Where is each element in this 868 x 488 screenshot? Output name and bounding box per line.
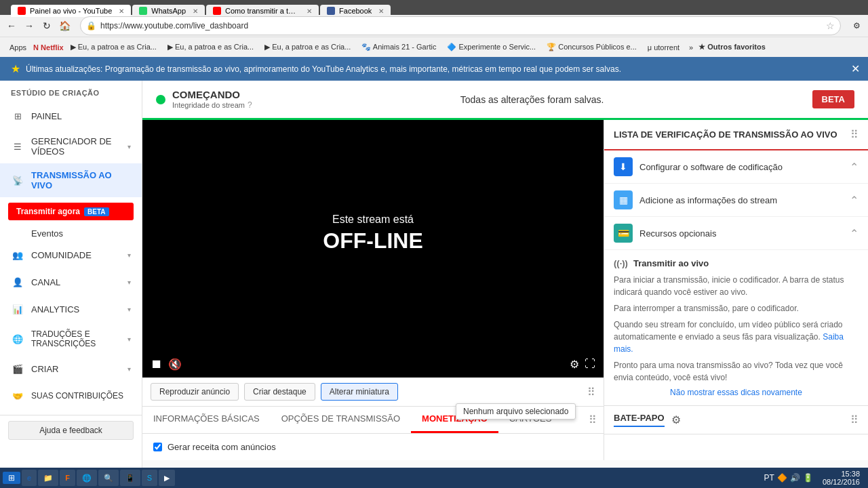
sidebar-item-videos[interactable]: ☰ GERENCIADOR DE VÍDEOS ▾ (0, 129, 142, 163)
sidebar-item-comunidade[interactable]: 👥 COMUNIDADE ▾ (0, 241, 142, 268)
tab-yt2[interactable]: Como transmitir a tela d... ✕ (206, 5, 319, 17)
netflix-bookmark[interactable]: N Netflix (33, 43, 64, 52)
drag-handle-icon[interactable]: ⠿ (587, 386, 595, 399)
taskbar-whatsapp[interactable]: 📱 (120, 470, 140, 486)
sidebar-item-traducoes[interactable]: 🌐 TRADUÇÕES E TRANSCRIÇÕES ▾ (0, 323, 142, 355)
sidebar-eventos[interactable]: Eventos (0, 226, 142, 241)
extensions-button[interactable]: ⚙ (849, 18, 864, 33)
chat-drag-icon[interactable]: ⠿ (850, 413, 859, 426)
notification-text: Últimas atualizações: Programação de tra… (26, 64, 621, 74)
transmit-now-button[interactable]: Transmitir agora BETA (8, 203, 134, 220)
checklist-item-software[interactable]: ⬇ Configurar o software de codificação ⌃ (604, 150, 868, 184)
tabs-drag-icon[interactable]: ⠿ (582, 407, 604, 433)
bookmark-6[interactable]: 🏆 Concursos Públicos e... (542, 41, 641, 53)
app-body: ESTÚDIO DE CRIAÇÃO ⊞ PAINEL ☰ GERENCIADO… (0, 81, 868, 470)
status-dot (156, 95, 165, 104)
bookmark-4[interactable]: 🐾 Animais 21 - Gartic (357, 41, 440, 53)
tab-facebook[interactable]: Facebook ✕ (320, 5, 391, 17)
sidebar-item-transmissao[interactable]: 📡 TRANSMISSÃO AO VIVO (0, 163, 142, 197)
checklist-drag-icon[interactable]: ⠿ (850, 128, 859, 141)
help-feedback-button[interactable]: Ajuda e feedback (8, 421, 134, 440)
volume-icon[interactable]: 🔊 (790, 473, 800, 483)
bookmark-2[interactable]: ▶ Eu, a patroa e as Cria... (163, 41, 258, 53)
chat-gear-icon[interactable]: ⚙ (671, 413, 681, 426)
sidebar-item-canal[interactable]: 👤 CANAL ▾ (0, 268, 142, 296)
recursos-expand-icon[interactable]: ⌃ (850, 227, 859, 240)
taskbar-skype[interactable]: S (142, 470, 157, 486)
taskbar-f[interactable]: F (60, 470, 75, 486)
whatsapp-icon: 📱 (125, 474, 135, 483)
tab-content: Gerar receita com anúncios (142, 434, 604, 460)
mute-button[interactable]: 🔇 (168, 358, 182, 371)
taskbar-ie[interactable]: e (22, 470, 37, 486)
bookmark-1[interactable]: ▶ Eu, a patroa e as Cria... (66, 41, 161, 53)
address-bar[interactable]: 🔒 https://www.youtube.com/live_dashboard… (80, 16, 841, 35)
stop-button[interactable]: ⏹ (151, 357, 163, 371)
tab-close-yt[interactable]: ✕ (119, 7, 124, 15)
tab-favicon-yt (18, 7, 26, 15)
analytics-label: ANALYTICS (31, 304, 121, 314)
more-bookmarks[interactable]: » (689, 43, 693, 52)
fullscreen-button[interactable]: ⛶ (585, 358, 595, 370)
transmit-desc-4: Pronto para uma nova transmissão ao vivo… (614, 359, 859, 384)
monetizacao-label[interactable]: Gerar receita com anúncios (167, 442, 276, 452)
sidebar-item-contribuicoes[interactable]: 🤝 SUAS CONTRIBUIÇÕES (0, 382, 142, 409)
stream-status: COMEÇANDO Integridade do stream ? (156, 89, 252, 110)
taskbar-media[interactable]: ▶ (159, 470, 175, 486)
play-ad-button[interactable]: Reproduzir anúncio (151, 383, 239, 401)
software-expand-icon[interactable]: ⌃ (850, 161, 859, 174)
tab-favicon-fb (327, 7, 335, 15)
videos-label: GERENCIADOR DE VÍDEOS (31, 136, 121, 157)
taskbar-chrome[interactable]: 🌐 (77, 470, 97, 486)
bookmark-5[interactable]: 🔷 Experimente o Servic... (443, 41, 540, 53)
tab-favicon-wa (139, 7, 147, 15)
other-bookmarks[interactable]: ★ Outros favoritos (698, 43, 766, 52)
media-icon: ▶ (164, 474, 170, 483)
integrity-help-icon[interactable]: ? (248, 100, 252, 110)
beta-button[interactable]: BETA (812, 90, 854, 108)
bookmark-7[interactable]: μ utorrent (644, 42, 684, 53)
tab-whatsapp[interactable]: WhatsApp ✕ (132, 5, 205, 17)
star-icon[interactable]: ☆ (826, 20, 835, 31)
info-expand-icon[interactable]: ⌃ (850, 194, 859, 207)
home-button[interactable]: 🏠 (57, 18, 72, 33)
settings-button[interactable]: ⚙ (570, 358, 579, 371)
checklist-item-informacoes[interactable]: ▦ Adicione as informações do stream ⌃ (604, 184, 868, 217)
video-actions: Reproduzir anúncio Criar destaque Altera… (142, 378, 604, 407)
tab-label-wa: WhatsApp (151, 7, 186, 15)
taskbar: ⊞ e 📁 F 🌐 🔍 📱 S ▶ PT 🔶 🔊 🔋 15:38 08/12/2… (0, 468, 868, 488)
right-panel: LISTA DE VERIFICAÇÃO DE TRANSMISSÃO AO V… (604, 120, 868, 460)
no-show-button[interactable]: Não mostrar essas dicas novamente (614, 388, 859, 397)
tab-opcoes[interactable]: OPÇÕES DE TRANSMISSÃO (271, 407, 411, 433)
taskbar-explorer[interactable]: 📁 (38, 470, 58, 486)
transmissao-icon: 📡 (11, 174, 24, 187)
canal-chevron: ▾ (127, 279, 131, 286)
checklist-item-recursos[interactable]: 💳 Recursos opcionais ⌃ (604, 217, 868, 250)
start-button[interactable]: ⊞ (3, 472, 20, 484)
tab-close-fb[interactable]: ✕ (378, 7, 384, 15)
back-button[interactable]: ← (4, 18, 19, 33)
monetizacao-checkbox[interactable] (153, 443, 162, 451)
reload-button[interactable]: ↻ (39, 18, 54, 33)
taskbar-search[interactable]: 🔍 (98, 470, 119, 486)
contribuicoes-label: SUAS CONTRIBUIÇÕES (31, 391, 131, 401)
lock-icon: 🔒 (86, 21, 96, 30)
bookmark-3[interactable]: ▶ Eu, a patroa e as Cria... (260, 41, 355, 53)
stream-status-info: COMEÇANDO Integridade do stream ? (172, 89, 252, 110)
tab-close-yt2[interactable]: ✕ (307, 7, 312, 15)
tab-close-wa[interactable]: ✕ (193, 7, 198, 15)
chat-tab[interactable]: BATE-PAPO (614, 413, 665, 427)
notification-star: ★ (11, 62, 20, 75)
tab-info-basicas[interactable]: INFORMAÇÕES BÁSICAS (142, 407, 271, 433)
forward-button[interactable]: → (22, 18, 37, 33)
sidebar-item-criar[interactable]: 🎬 CRIAR ▾ (0, 355, 142, 382)
notification-close[interactable]: ✕ (851, 62, 860, 75)
sidebar-item-painel[interactable]: ⊞ PAINEL (0, 102, 142, 129)
create-highlight-button[interactable]: Criar destaque (244, 383, 315, 401)
change-thumbnail-button[interactable]: Alterar miniatura (321, 383, 398, 401)
apps-bookmark[interactable]: Apps (5, 42, 31, 53)
tab-label-fb: Facebook (339, 7, 372, 15)
sidebar-item-analytics[interactable]: 📊 ANALYTICS ▾ (0, 296, 142, 323)
transmit-label: Transmitir agora (16, 207, 80, 216)
tab-youtube[interactable]: Painel ao vivo - YouTube ✕ (11, 5, 131, 17)
